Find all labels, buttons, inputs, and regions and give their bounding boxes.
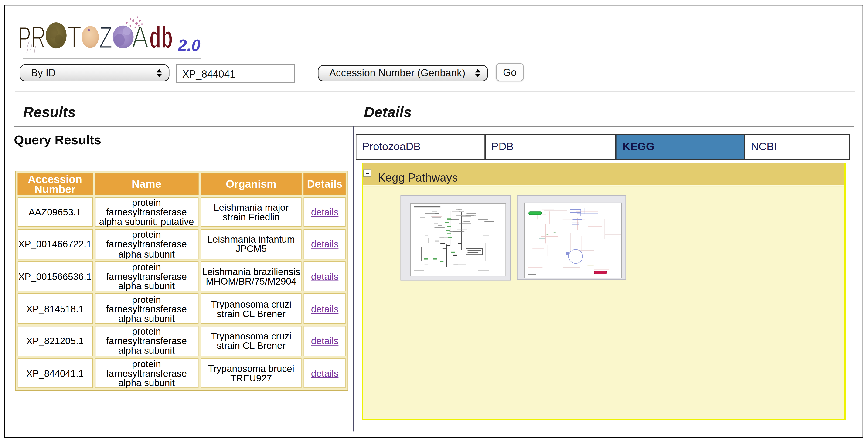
svg-text:db: db [149, 20, 172, 55]
svg-text:T: T [67, 19, 81, 54]
svg-text:R: R [31, 20, 45, 55]
svg-text:2.0: 2.0 [177, 36, 200, 54]
svg-text:A: A [131, 20, 148, 55]
svg-text:P: P [18, 20, 31, 55]
svg-text:Z: Z [98, 20, 112, 55]
